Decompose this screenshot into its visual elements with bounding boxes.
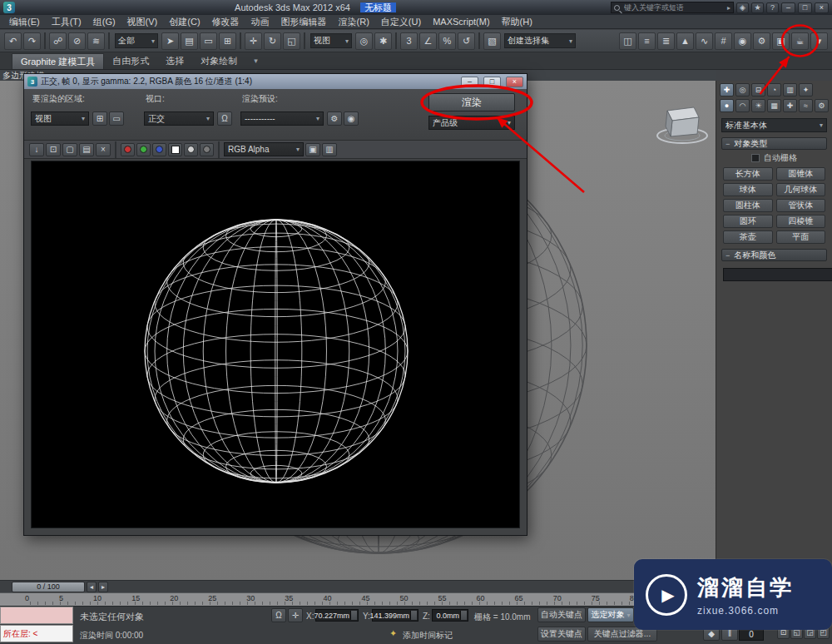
toggle-toolbar-icon[interactable]: ▥ [322,143,337,156]
select-object-icon[interactable]: ➤ [161,32,179,50]
search-input[interactable] [622,3,722,12]
help-icon[interactable]: ? [766,2,779,13]
maximize-button[interactable]: □ [798,2,812,13]
tab-modify-icon[interactable]: ◎ [735,83,750,97]
maxscript-mini-listener[interactable]: 所在层: < [0,625,73,642]
menu-item[interactable]: 创建(C) [163,15,206,29]
maxscript-mini-listener-macro[interactable] [0,607,73,624]
alpha-channel-icon[interactable] [200,143,214,156]
select-and-rotate-icon[interactable]: ↻ [264,32,281,50]
render-setup-icon[interactable]: ⚙ [327,111,342,126]
tab-motion-icon[interactable]: ◔ [767,83,781,97]
render-mode-combo[interactable]: 产品级 ▾ [428,116,515,130]
environment-icon[interactable]: ◉ [344,111,359,126]
color-swatch[interactable] [168,143,182,156]
primitive-category-combo[interactable]: 标准基本体 ▾ [721,118,827,132]
save-image-icon[interactable]: ↓ [29,143,44,156]
search-go-icon[interactable]: ▸ [727,4,730,12]
select-and-scale-icon[interactable]: ◱ [283,32,300,50]
menu-item[interactable]: 视图(V) [121,15,164,29]
layer-manager-icon[interactable]: ≣ [657,32,675,50]
menu-item[interactable]: 自定义(U) [375,15,427,29]
rollout-object-type[interactable]: − 对象类型 [721,137,827,150]
favorites-star-icon[interactable]: ★ [751,2,764,13]
rendered-frame-window[interactable]: 3 正交, 帧 0, 显示 gamma: 2.2, RGBA 颜色 16 位/通… [23,73,527,536]
unlink-selection-icon[interactable]: ⊘ [68,32,86,50]
select-and-manipulate-icon[interactable]: ✱ [374,32,392,50]
redo-icon[interactable]: ↷ [23,32,41,50]
object-type-button[interactable]: 茶壶 [723,230,773,244]
cat-shapes-icon[interactable]: ◠ [735,99,750,112]
select-and-link-icon[interactable]: ☍ [49,32,67,50]
blue-channel-icon[interactable] [152,143,166,156]
spinner-snap-icon[interactable]: ↺ [458,32,475,50]
object-type-button[interactable]: 圆锥体 [776,167,826,181]
key-filter-selection-combo[interactable]: 选定对象 ▾ [587,607,634,622]
clone-window-icon[interactable]: ▢ [62,143,77,156]
red-channel-icon[interactable] [121,143,135,156]
app-menu-logo-icon[interactable]: 3 [3,2,15,13]
absolute-offset-mode-icon[interactable]: ✛ [288,608,303,622]
reference-coordinate-combo[interactable]: 视图▾ [310,33,352,48]
object-name-input[interactable] [723,268,832,281]
previous-frame-button[interactable]: ◂ [87,582,97,592]
cat-spacewarps-icon[interactable]: ≈ [799,99,813,112]
selection-filter-combo[interactable]: 全部▾ [115,33,158,48]
ribbon-tab[interactable]: Graphite 建模工具 [12,53,104,69]
cat-geometry-icon[interactable]: ● [720,99,734,112]
tab-create-icon[interactable]: ✚ [720,83,734,97]
menu-item[interactable]: MAXScript(M) [427,15,495,29]
auto-key-button[interactable]: 自动关键点 [537,607,586,622]
ribbon-tab[interactable]: 自由形式 [104,53,157,69]
y-coordinate-field[interactable]: 141.399mm [372,609,418,622]
infocenter-search[interactable]: ▸ [611,2,734,13]
ribbon-tab[interactable]: 选择 [157,53,192,69]
mirror-icon[interactable]: ◫ [619,32,636,50]
communication-center-icon[interactable]: ◈ [736,2,749,13]
next-frame-button[interactable]: ▸ [98,582,108,592]
tab-utilities-icon[interactable]: ✦ [799,83,813,97]
area-to-render-combo[interactable]: 视图 ▾ [31,111,89,126]
cat-helpers-icon[interactable]: ✚ [783,99,797,112]
cat-cameras-icon[interactable]: ▦ [767,99,781,112]
window-crossing-icon[interactable]: ⊞ [219,32,236,50]
auto-region-icon[interactable]: ▭ [109,111,124,126]
selection-lock-icon[interactable]: Ω [271,608,286,622]
mono-channel-icon[interactable] [184,143,198,156]
edit-region-icon[interactable]: ⊞ [92,111,107,126]
menu-item[interactable]: 组(G) [87,15,121,29]
render-window-maximize-button[interactable]: □ [483,77,501,87]
minimize-button[interactable]: – [781,2,795,13]
render-flyout-icon[interactable]: ▾ [810,32,828,50]
copy-image-icon[interactable]: ⊡ [46,143,61,156]
render-window-titlebar[interactable]: 3 正交, 帧 0, 显示 gamma: 2.2, RGBA 颜色 16 位/通… [24,74,527,89]
menu-item[interactable]: 动画 [245,15,275,29]
render-window-close-button[interactable]: × [506,77,523,87]
object-type-button[interactable]: 圆环 [723,215,773,228]
align-icon[interactable]: ≡ [638,32,656,50]
ribbon-minimize-icon[interactable]: ▾ [254,57,258,65]
viewport-combo[interactable]: 正交 ▾ [144,111,214,126]
render-button[interactable]: 渲染 [428,93,515,111]
schematic-view-icon[interactable]: # [715,32,732,50]
channel-display-combo[interactable]: RGB Alpha ▾ [224,142,304,156]
use-pivot-point-icon[interactable]: ◎ [355,32,373,50]
menu-item[interactable]: 修改器 [206,15,245,29]
clear-image-icon[interactable]: × [96,143,111,156]
z-coordinate-field[interactable]: 0.0mm [432,609,468,622]
menu-item[interactable]: 渲染(R) [333,15,375,29]
menu-item[interactable]: 帮助(H) [496,15,538,29]
menu-item[interactable]: 工具(T) [46,15,87,29]
toggle-ui-overlay-icon[interactable]: ▣ [305,143,320,156]
ribbon-tab[interactable]: 对象绘制 [192,53,245,69]
bind-to-space-warp-icon[interactable]: ≋ [87,32,105,50]
close-button[interactable]: × [815,2,829,13]
angle-snap-icon[interactable]: ∠ [419,32,437,50]
object-type-button[interactable]: 几何球体 [776,183,826,196]
rollout-name-color[interactable]: − 名称和颜色 [721,249,827,261]
viewcube[interactable] [657,107,707,143]
render-production-icon[interactable]: ☕ [791,32,809,50]
select-by-name-icon[interactable]: ▤ [181,32,198,50]
named-selection-sets-icon[interactable]: ▧ [483,32,501,50]
named-selection-combo[interactable]: 创建选择集▾ [504,33,576,48]
